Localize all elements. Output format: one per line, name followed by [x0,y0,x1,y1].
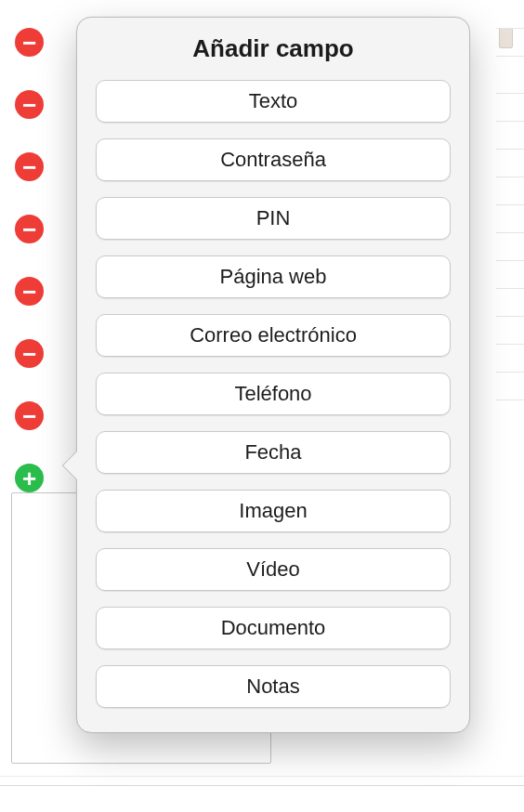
field-type-video[interactable]: Vídeo [96,548,451,591]
background-list-rows [496,0,524,812]
field-type-documento[interactable]: Documento [96,607,451,649]
remove-icon[interactable]: − [15,339,44,368]
add-icon[interactable]: + [15,464,44,492]
remove-icon[interactable]: − [15,277,44,306]
field-type-notas[interactable]: Notas [96,665,451,708]
field-type-list: Texto Contraseña PIN Página web Correo e… [96,80,451,708]
remove-icon[interactable]: − [15,401,44,430]
field-type-correo[interactable]: Correo electrónico [96,314,451,357]
field-type-pin[interactable]: PIN [96,197,451,240]
add-field-popover: Añadir campo Texto Contraseña PIN Página… [76,17,470,733]
field-type-telefono[interactable]: Teléfono [96,373,451,415]
bottom-divider [0,776,524,777]
popover-arrow [63,452,77,479]
bottom-divider [0,785,524,786]
remove-icon[interactable]: − [15,28,44,57]
field-type-imagen[interactable]: Imagen [96,490,451,532]
field-type-pagina-web[interactable]: Página web [96,255,451,298]
remove-icon[interactable]: − [15,90,44,119]
remove-icon[interactable]: − [15,152,44,181]
field-type-contrasena[interactable]: Contraseña [96,138,451,181]
field-type-texto[interactable]: Texto [96,80,451,123]
remove-icon[interactable]: − [15,215,44,243]
background-list-item [499,28,513,48]
field-type-fecha[interactable]: Fecha [96,431,451,474]
popover-title: Añadir campo [96,34,451,63]
left-icon-column: − − − − − − − + [15,28,44,492]
